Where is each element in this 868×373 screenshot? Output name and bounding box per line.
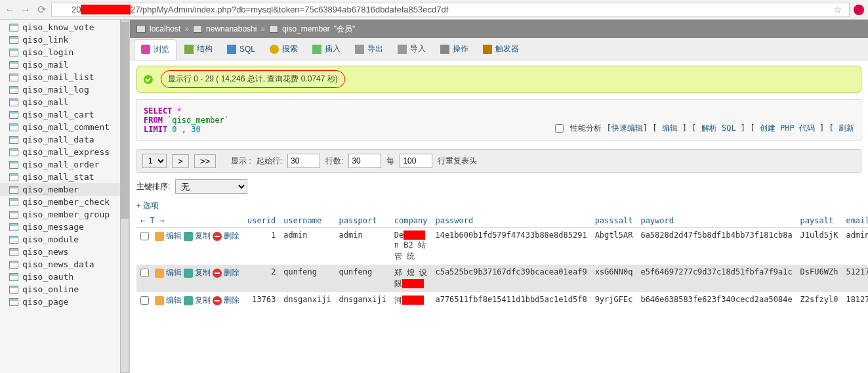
sidebar-item-qiso_member_group[interactable]: qiso_member_group — [0, 208, 129, 221]
edit-link[interactable]: 编辑 — [166, 295, 182, 306]
extension-icon[interactable] — [854, 5, 864, 15]
edit-inline-link[interactable]: 快速编辑 — [611, 123, 643, 133]
last-button[interactable]: >> — [194, 154, 217, 168]
edit-link[interactable]: 编辑 — [166, 230, 182, 242]
cell-passport[interactable]: qunfeng — [335, 265, 390, 292]
back-icon[interactable]: ← — [4, 4, 16, 16]
row-checkbox[interactable] — [140, 269, 149, 277]
tab-export[interactable]: 导出 — [348, 39, 390, 58]
sidebar-item-qiso_mall_data[interactable]: qiso_mall_data — [0, 133, 129, 146]
cell-company[interactable]: 河 — [390, 292, 432, 309]
tab-insert[interactable]: 插入 — [306, 39, 347, 58]
row-checkbox[interactable] — [140, 232, 149, 240]
cell-password[interactable]: c5a525bc9b37167dfc39bcacea01eaf9 — [431, 265, 590, 292]
reload-icon[interactable]: ⟳ — [35, 4, 47, 16]
cell-userid[interactable]: 1 — [243, 228, 279, 265]
copy-link[interactable]: 复制 — [195, 267, 211, 278]
tab-search[interactable]: 搜索 — [263, 39, 304, 58]
cell-passport[interactable]: dnsganxiji — [335, 292, 390, 309]
breadcrumb-host[interactable]: localhost — [150, 24, 180, 33]
sidebar-item-qiso_mall_comment[interactable]: qiso_mall_comment — [0, 121, 129, 133]
copy-link[interactable]: 复制 — [195, 230, 211, 242]
cell-userid[interactable]: 13763 — [243, 292, 279, 309]
tab-browse[interactable]: 浏览 — [134, 39, 176, 60]
cell-passsalt[interactable]: Abgtl5AR — [591, 228, 637, 265]
tab-import[interactable]: 导入 — [391, 39, 432, 58]
profiling-checkbox[interactable] — [555, 124, 564, 133]
sidebar-item-qiso_news_data[interactable]: qiso_news_data — [0, 258, 129, 271]
cell-paysalt[interactable]: Z2sfzyl0 — [796, 292, 842, 309]
sidebar-item-qiso_know_vote[interactable]: qiso_know_vote — [0, 21, 129, 33]
cell-username[interactable]: dnsganxiji — [279, 292, 335, 309]
breadcrumb-table[interactable]: qiso_member — [282, 24, 330, 33]
sidebar-item-qiso_module[interactable]: qiso_module — [0, 233, 129, 246]
col-email[interactable]: email — [842, 214, 868, 228]
col-passsalt[interactable]: passsalt — [591, 214, 637, 228]
cell-email[interactable]: admin@admi — [842, 228, 868, 265]
cell-username[interactable]: qunfeng — [279, 265, 335, 292]
sidebar-item-qiso_page[interactable]: qiso_page — [0, 296, 129, 308]
sidebar-item-qiso_mail_list[interactable]: qiso_mail_list — [0, 71, 129, 83]
refresh-link[interactable]: 刷新 — [838, 123, 854, 133]
sidebar-item-qiso_member_check[interactable]: qiso_member_check — [0, 196, 129, 208]
scrollbar-thumb[interactable] — [121, 22, 129, 219]
cell-company[interactable]: 郑 煌 设 限 — [390, 265, 432, 292]
php-link[interactable]: 创建 PHP 代码 — [760, 123, 815, 133]
cell-username[interactable]: admin — [279, 228, 335, 265]
tab-operations[interactable]: 操作 — [434, 39, 475, 58]
col-passport[interactable]: passport — [335, 214, 390, 228]
tab-sql[interactable]: SQL — [220, 41, 262, 58]
sidebar-item-qiso_online[interactable]: qiso_online — [0, 283, 129, 296]
sidebar-item-qiso_mall_stat[interactable]: qiso_mall_stat — [0, 171, 129, 183]
url-bar[interactable]: 20 xxxxxxxxxxx 27/phpMyAdmin/index.php?d… — [51, 3, 850, 17]
cell-paysalt[interactable]: DsFU6WZh — [796, 265, 842, 292]
sidebar-item-qiso_news[interactable]: qiso_news — [0, 246, 129, 258]
cell-email[interactable]: 1812712452 — [842, 292, 868, 309]
tab-triggers[interactable]: 触发器 — [476, 39, 526, 58]
arrow-left-icon[interactable]: ← — [140, 216, 145, 225]
sidebar-item-qiso_mail_log[interactable]: qiso_mail_log — [0, 83, 129, 96]
edit-link[interactable]: 编辑 — [166, 267, 182, 278]
delete-link[interactable]: 删除 — [224, 230, 239, 242]
cell-userid[interactable]: 2 — [243, 265, 279, 292]
sidebar-item-qiso_link[interactable]: qiso_link — [0, 33, 129, 46]
col-paysalt[interactable]: paysalt — [796, 214, 842, 228]
sidebar-item-qiso_mall_order[interactable]: qiso_mall_order — [0, 158, 129, 171]
copy-link[interactable]: 复制 — [195, 295, 211, 306]
sidebar-scrollbar[interactable] — [120, 20, 129, 373]
sort-select[interactable]: 无 — [175, 179, 247, 194]
rows-input[interactable] — [348, 154, 381, 168]
cell-email[interactable]: 512176352@ — [842, 265, 868, 292]
col-username[interactable]: username — [279, 214, 335, 228]
page-select[interactable]: 1 — [142, 154, 167, 168]
cell-payword[interactable]: 6a5828d2d47f5b8df1b4bb73f181cb8a — [636, 228, 796, 265]
start-input[interactable] — [287, 154, 320, 168]
cell-password[interactable]: 14e1b600b1fd579f47433b88e8d85291 — [431, 228, 590, 265]
cell-passsalt[interactable]: 9yrjGFEc — [591, 292, 637, 309]
sidebar-item-qiso_mail[interactable]: qiso_mail — [0, 58, 129, 71]
delete-link[interactable]: 删除 — [224, 295, 239, 306]
edit-link[interactable]: 编辑 — [662, 123, 678, 133]
sidebar-item-qiso_login[interactable]: qiso_login — [0, 46, 129, 58]
arrow-right-icon[interactable]: → — [159, 216, 164, 225]
col-company[interactable]: company — [390, 214, 432, 228]
tab-structure[interactable]: 结构 — [178, 39, 219, 58]
cell-paysalt[interactable]: J1uld5jK — [796, 228, 842, 265]
sidebar-item-qiso_mall_cart[interactable]: qiso_mall_cart — [0, 108, 129, 121]
sidebar-item-qiso_message[interactable]: qiso_message — [0, 221, 129, 233]
breadcrumb-db[interactable]: newnanaboshi — [206, 24, 257, 33]
sidebar-item-qiso_member[interactable]: qiso_member — [0, 183, 129, 196]
row-checkbox[interactable] — [140, 296, 149, 305]
col-password[interactable]: password — [431, 214, 590, 228]
next-button[interactable]: > — [172, 154, 189, 168]
forward-icon[interactable]: → — [20, 4, 31, 16]
every-input[interactable] — [400, 154, 432, 168]
sidebar-item-qiso_mall[interactable]: qiso_mall — [0, 96, 129, 108]
sidebar-item-qiso_mall_express[interactable]: qiso_mall_express — [0, 146, 129, 158]
col-payword[interactable]: payword — [636, 214, 796, 228]
delete-link[interactable]: 删除 — [224, 267, 239, 278]
cell-passport[interactable]: admin — [335, 228, 390, 265]
col-userid[interactable]: userid — [243, 214, 279, 228]
sidebar-item-qiso_oauth[interactable]: qiso_oauth — [0, 271, 129, 283]
cell-passsalt[interactable]: xsG6NN0q — [591, 265, 637, 292]
